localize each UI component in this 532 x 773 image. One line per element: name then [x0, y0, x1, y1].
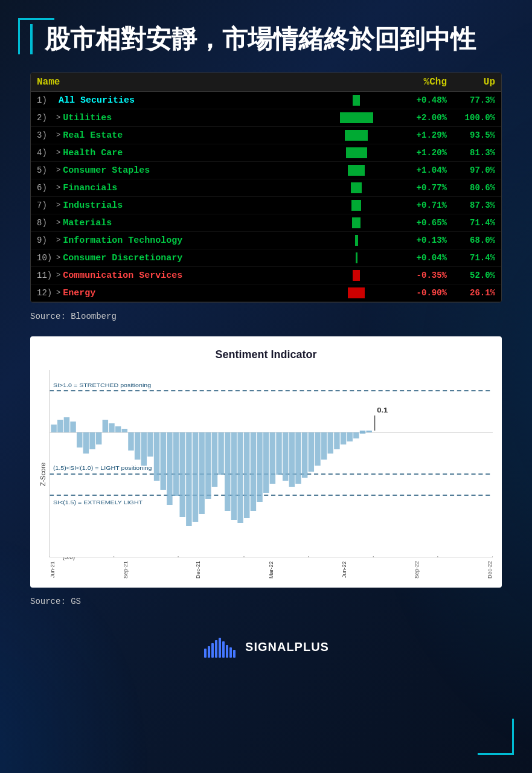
svg-rect-41	[263, 432, 269, 493]
svg-rect-26	[167, 432, 172, 505]
row-up-value: 97.0%	[447, 165, 495, 175]
row-num: 11)	[37, 271, 54, 280]
source-gs: Source: GS	[30, 597, 502, 606]
corner-decoration-br	[478, 719, 514, 755]
row-arrow: >	[56, 289, 60, 297]
row-arrow: >	[56, 149, 60, 157]
chart-plot-area: SI>1.0 = STRETCHED positioning (1.5)<SI<…	[50, 370, 493, 579]
svg-rect-77	[229, 647, 232, 658]
svg-rect-25	[161, 432, 166, 490]
svg-rect-44	[283, 432, 288, 481]
row-arrow: >	[56, 254, 60, 262]
svg-rect-53	[341, 432, 346, 444]
svg-rect-24	[154, 432, 159, 481]
row-bar	[353, 95, 360, 106]
row-label: Energy	[63, 288, 95, 298]
svg-rect-17	[109, 423, 114, 432]
svg-rect-30	[193, 432, 198, 522]
svg-rect-56	[360, 431, 365, 434]
row-pct-change: -0.90%	[393, 288, 447, 298]
svg-rect-46	[295, 432, 301, 484]
row-pct-change: +0.13%	[393, 236, 447, 245]
svg-rect-48	[309, 432, 314, 472]
row-bar	[340, 112, 373, 123]
x-tick-mar22: Mar-22	[268, 561, 274, 579]
y-axis-label: Z-Score	[39, 370, 46, 579]
header-name: Name	[37, 77, 393, 88]
svg-rect-14	[89, 432, 95, 449]
table-row: 9) > Information Technology +0.13% 68.0%	[31, 232, 501, 249]
row-bar	[345, 130, 368, 141]
row-bar	[356, 252, 357, 263]
svg-rect-16	[103, 420, 108, 432]
row-pct-change: +0.65%	[393, 218, 447, 228]
row-pct-change: +0.77%	[393, 183, 447, 193]
svg-rect-23	[147, 432, 153, 457]
row-num: 8)	[37, 218, 54, 228]
table-row: 8) > Materials +0.65% 71.4%	[31, 214, 501, 232]
header-pct-chg: %Chg	[393, 77, 447, 88]
svg-rect-27	[173, 432, 179, 496]
row-name: 2) > Utilities	[37, 113, 320, 123]
row-name: 7) > Industrials	[37, 200, 320, 211]
row-num: 1)	[37, 95, 54, 105]
table-row: 3) > Real Estate +1.29% 93.5%	[31, 127, 501, 144]
x-tick-dec22: Dec-22	[487, 561, 493, 579]
svg-rect-18	[115, 426, 121, 432]
svg-rect-8	[51, 425, 56, 432]
svg-rect-51	[328, 432, 333, 454]
table-row: 1) All Securities +0.48% 77.3%	[31, 92, 501, 109]
row-up-value: 80.6%	[447, 183, 495, 193]
svg-rect-40	[257, 432, 262, 502]
svg-rect-9	[57, 420, 63, 432]
svg-rect-49	[315, 432, 320, 466]
row-bar-area	[320, 200, 393, 211]
svg-rect-57	[366, 431, 371, 432]
row-bar-area	[320, 217, 393, 228]
x-tick-jun22: Jun-22	[341, 561, 347, 579]
svg-rect-50	[321, 432, 327, 460]
row-pct-change: +2.00%	[393, 113, 447, 123]
svg-rect-52	[334, 432, 339, 449]
row-label: Real Estate	[63, 130, 123, 141]
row-bar-area	[320, 182, 393, 193]
x-tick-dec21: Dec-21	[195, 561, 201, 579]
signalplus-logo: SIGNALPLUS	[203, 637, 329, 658]
row-up-value: 77.3%	[447, 95, 495, 105]
row-bar	[348, 165, 365, 176]
x-tick-sep22: Sep-22	[414, 561, 420, 579]
footer: SIGNALPLUS	[30, 624, 502, 670]
svg-rect-35	[225, 432, 230, 511]
row-up-value: 52.0%	[447, 271, 495, 280]
row-pct-change: +0.71%	[393, 200, 447, 210]
row-bar-area	[320, 95, 393, 106]
row-bar-area	[320, 130, 393, 141]
svg-rect-12	[77, 432, 82, 447]
svg-rect-28	[179, 432, 185, 517]
table-row: 5) > Consumer Staples +1.04% 97.0%	[31, 162, 501, 179]
row-bar	[355, 235, 358, 246]
svg-rect-20	[128, 432, 133, 451]
row-label: Materials	[63, 218, 112, 228]
row-name: 10) > Consumer Discretionary	[37, 253, 320, 263]
row-arrow: >	[56, 114, 60, 122]
row-arrow: >	[56, 236, 60, 245]
row-bar	[353, 270, 360, 281]
table-row: 7) > Industrials +0.71% 87.3%	[31, 197, 501, 214]
row-label: Consumer Discretionary	[63, 253, 182, 263]
row-bar-area	[320, 287, 393, 298]
row-num: 5)	[37, 165, 54, 175]
svg-rect-54	[347, 432, 352, 441]
row-bar-area	[320, 252, 393, 263]
row-up-value: 100.0%	[447, 113, 495, 123]
row-arrow: >	[56, 184, 60, 192]
svg-rect-38	[244, 432, 249, 518]
svg-rect-33	[212, 432, 217, 487]
row-label: Communication Services	[63, 271, 182, 281]
row-pct-change: +0.04%	[393, 253, 447, 263]
x-tick-sep21: Sep-21	[123, 561, 129, 579]
row-num: 4)	[37, 148, 54, 158]
svg-text:0.1: 0.1	[377, 406, 388, 414]
row-name: 1) All Securities	[37, 95, 320, 106]
row-num: 12)	[37, 288, 54, 298]
